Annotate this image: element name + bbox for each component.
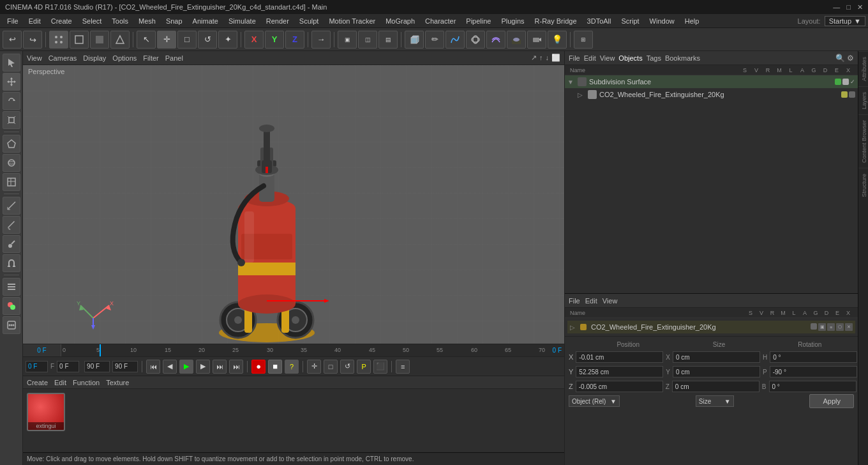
animate-scale-button[interactable]: □ bbox=[324, 360, 338, 374]
lp-texture-button[interactable] bbox=[3, 173, 20, 191]
size-x-field[interactable] bbox=[673, 351, 760, 363]
layout-dropdown[interactable]: Startup ▼ bbox=[825, 16, 865, 26]
menu-tools[interactable]: Tools bbox=[107, 16, 133, 26]
loop-button[interactable]: ⏭ bbox=[229, 360, 243, 374]
lp-paint-button[interactable] bbox=[3, 297, 20, 315]
menu-edit[interactable]: Edit bbox=[24, 16, 45, 26]
viewport-menu-cameras[interactable]: Cameras bbox=[49, 54, 77, 62]
view-1-button[interactable]: ▣ bbox=[338, 31, 357, 49]
menu-window[interactable]: Window bbox=[645, 16, 679, 26]
go-end-button[interactable]: ⏭ bbox=[213, 360, 227, 374]
menu-simulate[interactable]: Simulate bbox=[224, 16, 260, 26]
objects-tab-edit[interactable]: Edit bbox=[584, 54, 596, 62]
position-y-field[interactable] bbox=[576, 366, 663, 377]
maximize-button[interactable]: □ bbox=[846, 3, 851, 11]
object-rel-dropdown[interactable]: Object (Rel) ▼ bbox=[569, 395, 620, 407]
y-axis-button[interactable]: Y bbox=[265, 31, 284, 49]
deformer-button[interactable] bbox=[486, 31, 505, 49]
menu-vray-bridge[interactable]: R-Ray Bridge bbox=[530, 16, 581, 26]
move-tool-button[interactable]: ✛ bbox=[157, 31, 176, 49]
animate-move-button[interactable]: ✛ bbox=[307, 360, 321, 374]
menu-script[interactable]: Script bbox=[617, 16, 643, 26]
size-z-field[interactable] bbox=[672, 381, 760, 392]
menu-select[interactable]: Select bbox=[78, 16, 107, 26]
snap-button[interactable]: ⊞ bbox=[574, 31, 593, 49]
viewport-menu-panel[interactable]: Panel bbox=[165, 54, 183, 62]
view-2-button[interactable]: ◫ bbox=[358, 31, 377, 49]
objects-tab-tags[interactable]: Tags bbox=[647, 54, 661, 62]
free-transform-button[interactable]: ✦ bbox=[218, 31, 237, 49]
layers-tab[interactable]: Layers bbox=[858, 86, 869, 114]
rotation-p-field[interactable] bbox=[770, 366, 857, 377]
menu-mesh[interactable]: Mesh bbox=[134, 16, 160, 26]
start-frame-field[interactable] bbox=[57, 361, 79, 372]
menu-animate[interactable]: Animate bbox=[188, 16, 223, 26]
material-menu-function[interactable]: Function bbox=[73, 379, 100, 386]
menu-motion-tracker[interactable]: Motion Tracker bbox=[324, 16, 380, 26]
structure-tab[interactable]: Structure bbox=[858, 168, 869, 202]
environment-button[interactable] bbox=[507, 31, 526, 49]
lp-edit-button[interactable] bbox=[3, 316, 20, 334]
lp-measure-button[interactable] bbox=[3, 197, 20, 215]
edges-mode-button[interactable] bbox=[70, 31, 89, 49]
apply-button[interactable]: Apply bbox=[809, 394, 854, 408]
objects-tab-view[interactable]: View bbox=[600, 54, 615, 62]
timeline-view-button[interactable]: ≡ bbox=[396, 360, 410, 374]
material-extinguisher[interactable]: extingui bbox=[27, 393, 65, 431]
points-mode-button[interactable] bbox=[49, 31, 68, 49]
lp-object-button[interactable] bbox=[3, 154, 20, 172]
animate-key-button[interactable]: ⬛ bbox=[373, 360, 387, 374]
menu-snap[interactable]: Snap bbox=[161, 16, 187, 26]
fire-extinguisher-object[interactable] bbox=[203, 109, 331, 344]
current-frame-field[interactable] bbox=[26, 361, 48, 372]
polygons-mode-button[interactable] bbox=[90, 31, 109, 49]
rotation-b-field[interactable] bbox=[769, 381, 857, 392]
animate-psr-button[interactable]: P bbox=[357, 360, 371, 374]
viewport-expand-button[interactable]: ↗ bbox=[531, 54, 537, 62]
props-tab-view[interactable]: View bbox=[602, 297, 618, 305]
lp-layer-button[interactable] bbox=[3, 278, 20, 296]
material-menu-edit[interactable]: Edit bbox=[54, 379, 66, 386]
position-x-field[interactable] bbox=[576, 351, 663, 363]
timeline-ruler[interactable]: 0 5 10 15 20 25 30 35 40 45 50 55 60 65 … bbox=[61, 344, 550, 356]
table-row[interactable]: ▼ Subdivision Surface ✓ bbox=[565, 75, 858, 88]
lp-scale-button[interactable] bbox=[3, 111, 20, 129]
close-button[interactable]: ✕ bbox=[857, 3, 863, 11]
viewport-menu-filter[interactable]: Filter bbox=[143, 54, 158, 62]
lp-knife-button[interactable] bbox=[3, 216, 20, 234]
viewport-menu-view[interactable]: View bbox=[27, 54, 42, 62]
titlebar-controls[interactable]: — □ ✕ bbox=[833, 3, 863, 11]
attributes-tab[interactable]: Attributes bbox=[858, 51, 869, 86]
menu-pipeline[interactable]: Pipeline bbox=[461, 16, 495, 26]
content-browser-tab[interactable]: Content Browser bbox=[858, 114, 869, 168]
stop-button[interactable]: ■ bbox=[268, 360, 282, 374]
objects-settings-button[interactable]: ⚙ bbox=[847, 54, 854, 63]
undo-button[interactable]: ↩ bbox=[3, 31, 22, 49]
prev-frame-button[interactable]: ◀ bbox=[163, 360, 177, 374]
menu-render[interactable]: Render bbox=[262, 16, 294, 26]
objects-search-button[interactable]: 🔍 bbox=[835, 54, 845, 63]
menu-file[interactable]: File bbox=[3, 16, 23, 26]
menu-3dtoall[interactable]: 3DToAll bbox=[583, 16, 616, 26]
menu-create[interactable]: Create bbox=[47, 16, 77, 26]
scale-tool-button[interactable]: □ bbox=[177, 31, 197, 49]
nurbs-button[interactable] bbox=[466, 31, 485, 49]
lp-magnet-button[interactable] bbox=[3, 254, 20, 272]
material-menu-texture[interactable]: Texture bbox=[106, 379, 129, 386]
objects-tab-bookmarks[interactable]: Bookmarks bbox=[665, 54, 700, 62]
size-dropdown[interactable]: Size ▼ bbox=[696, 395, 734, 407]
viewport-menu-display[interactable]: Display bbox=[83, 54, 106, 62]
viewport-fullscreen-button[interactable]: ⬜ bbox=[551, 54, 560, 62]
viewport-down-button[interactable]: ↓ bbox=[546, 54, 550, 62]
menu-plugins[interactable]: Plugins bbox=[497, 16, 528, 26]
menu-mograph[interactable]: MoGraph bbox=[381, 16, 419, 26]
lp-rotate-button[interactable] bbox=[3, 92, 20, 110]
record-button[interactable]: ● bbox=[251, 360, 266, 374]
props-tab-edit[interactable]: Edit bbox=[585, 297, 597, 305]
menu-character[interactable]: Character bbox=[421, 16, 460, 26]
info-button[interactable]: ? bbox=[285, 360, 299, 374]
transform-button[interactable]: → bbox=[311, 31, 331, 49]
go-start-button[interactable]: ⏮ bbox=[146, 360, 160, 374]
rotate-tool-button[interactable]: ↺ bbox=[198, 31, 217, 49]
camera-button[interactable] bbox=[527, 31, 546, 49]
